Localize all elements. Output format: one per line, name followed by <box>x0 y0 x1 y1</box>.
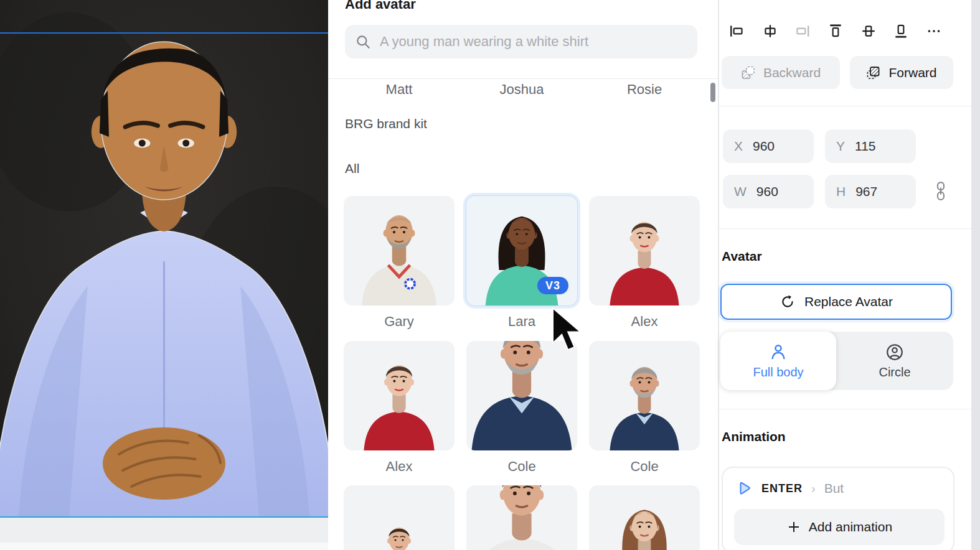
avatar-cell: Alex <box>344 341 455 475</box>
avatar-cell: Gary <box>344 196 455 330</box>
y-label: Y <box>836 139 845 154</box>
avatar-preview <box>0 0 328 518</box>
align-right-icon[interactable] <box>793 22 812 40</box>
mode-full-body[interactable]: Full body <box>720 332 836 390</box>
animation-trigger-label: ENTER <box>761 482 803 495</box>
avatar-card-cole[interactable] <box>466 341 577 450</box>
avatar-name: Rosie <box>588 82 700 98</box>
send-backward-button[interactable]: Backward <box>722 56 840 89</box>
x-position-field[interactable]: X 960 <box>723 129 814 163</box>
add-animation-button[interactable]: Add animation <box>734 509 945 545</box>
avatar-card-alex[interactable] <box>344 341 455 450</box>
scrollbar-thumb[interactable] <box>710 83 715 102</box>
avatar-name: Alex <box>589 314 700 330</box>
y-position-field[interactable]: Y 115 <box>825 129 916 163</box>
chevron-right-icon: › <box>811 482 816 496</box>
mode-circle[interactable]: Circle <box>836 332 953 390</box>
avatar-search[interactable] <box>345 25 697 58</box>
add-avatar-panel: Add avatar Matt Joshua Rosie BRG brand k… <box>328 0 718 550</box>
inspector-panel: Backward Forward X 960 Y 115 W 960 H 967 <box>718 0 971 550</box>
more-options-icon[interactable] <box>925 22 943 40</box>
align-bottom-icon[interactable] <box>892 22 910 40</box>
person-circle-icon <box>885 343 904 361</box>
avatar-mode-toggle: Full body Circle <box>720 332 953 390</box>
y-value: 115 <box>855 139 875 154</box>
mode-full-body-label: Full body <box>753 365 803 380</box>
avatar-cell: V3Lara <box>466 196 577 330</box>
panel-title: Add avatar <box>345 0 416 12</box>
avatar-card-cole[interactable] <box>589 341 700 450</box>
bring-forward-icon <box>866 65 881 80</box>
align-center-horizontal-icon[interactable] <box>761 22 780 40</box>
canvas-background <box>0 518 328 550</box>
avatar-name: Matt <box>343 82 455 98</box>
bring-forward-button[interactable]: Forward <box>850 56 953 89</box>
animation-section-heading: Animation <box>722 429 786 444</box>
animation-enter-row[interactable]: ENTER › But <box>737 480 844 496</box>
avatar-card-gary[interactable] <box>344 196 455 305</box>
avatar-card-unnamed-7[interactable] <box>466 485 577 550</box>
lock-aspect-ratio-icon[interactable] <box>933 179 948 203</box>
avatar-cell <box>466 485 577 550</box>
width-field[interactable]: W 960 <box>723 175 814 208</box>
divider <box>719 228 973 229</box>
avatar-cell: Cole <box>589 341 700 475</box>
person-icon <box>769 343 788 361</box>
search-input[interactable] <box>380 34 687 50</box>
window-edge <box>971 0 980 550</box>
animation-value: But <box>824 481 844 496</box>
height-field[interactable]: H 967 <box>825 175 916 208</box>
section-all: All <box>345 161 359 176</box>
send-backward-label: Backward <box>763 65 821 80</box>
video-canvas-avatar[interactable] <box>0 0 328 518</box>
search-icon <box>355 34 371 50</box>
plus-icon <box>786 520 801 534</box>
avatar-cell <box>589 485 700 550</box>
avatar-card-unnamed-6[interactable] <box>344 485 455 550</box>
send-backward-icon <box>741 65 756 80</box>
avatar-section-heading: Avatar <box>722 249 762 264</box>
w-value: 960 <box>756 184 778 199</box>
avatar-name: Cole <box>466 459 577 475</box>
w-label: W <box>734 184 747 199</box>
align-left-icon[interactable] <box>728 22 747 40</box>
avatar-name: Joshua <box>466 82 578 98</box>
add-animation-label: Add animation <box>809 520 892 534</box>
avatar-card-alex[interactable] <box>589 196 700 305</box>
h-label: H <box>836 184 846 199</box>
mode-circle-label: Circle <box>879 365 910 380</box>
divider <box>719 409 973 409</box>
divider <box>719 106 973 106</box>
animation-card: ENTER › But Add animation <box>722 467 954 550</box>
avatar-card-lara[interactable]: V3 <box>466 196 577 305</box>
app-window: Add avatar Matt Joshua Rosie BRG brand k… <box>0 0 980 550</box>
x-label: X <box>734 139 743 154</box>
avatar-cell: Cole <box>466 341 577 475</box>
avatar-version-badge: V3 <box>537 277 568 294</box>
avatar-cell <box>344 485 455 550</box>
section-brand-kit: BRG brand kit <box>345 116 427 131</box>
replace-avatar-label: Replace Avatar <box>804 294 893 309</box>
header-divider <box>328 78 718 79</box>
h-value: 967 <box>855 184 877 199</box>
bring-forward-label: Forward <box>888 65 936 80</box>
alignment-toolbar <box>728 21 943 41</box>
avatar-cell: Alex <box>589 196 700 330</box>
avatar-name: Gary <box>344 314 455 330</box>
avatar-card-unnamed-8[interactable] <box>589 485 700 550</box>
replace-avatar-button[interactable]: Replace Avatar <box>720 284 952 320</box>
selection-border-top[interactable] <box>0 32 328 34</box>
refresh-icon <box>780 294 796 310</box>
avatar-name: Alex <box>344 459 455 475</box>
avatar-name: Cole <box>589 459 700 475</box>
align-top-icon[interactable] <box>826 22 845 40</box>
avatar-name: Lara <box>466 314 577 330</box>
align-middle-vertical-icon[interactable] <box>859 22 878 40</box>
enter-animation-icon <box>737 480 753 496</box>
x-value: 960 <box>753 139 775 154</box>
